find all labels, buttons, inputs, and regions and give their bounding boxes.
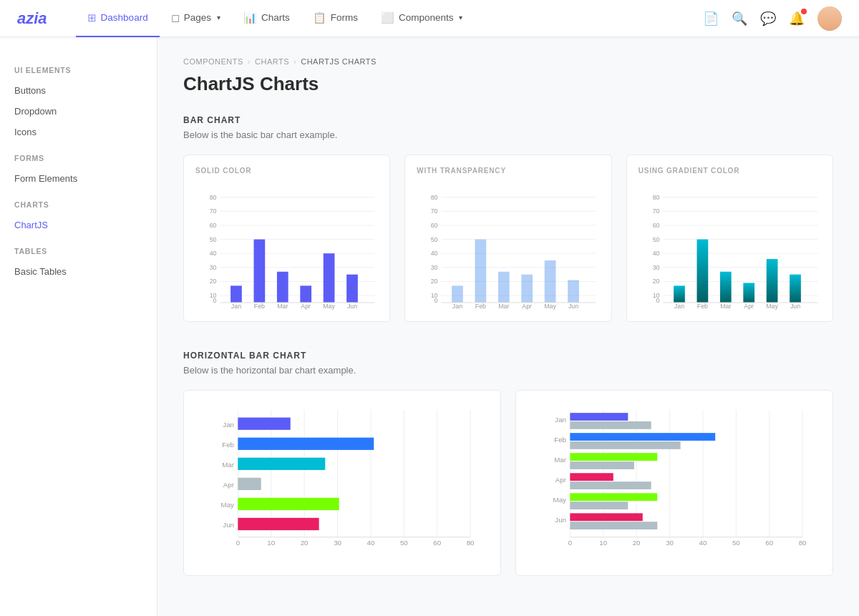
avatar[interactable]	[817, 6, 842, 31]
svg-text:Feb: Feb	[254, 303, 265, 310]
sidebar-item-icons[interactable]: Icons	[0, 122, 157, 142]
svg-text:0: 0	[656, 297, 659, 304]
svg-text:40: 40	[431, 250, 438, 257]
nav-item-pages[interactable]: ◻ Pages ▾	[160, 0, 232, 37]
svg-rect-141	[570, 502, 628, 509]
svg-text:Jan: Jan	[231, 303, 241, 310]
sidebar-item-basic-tables[interactable]: Basic Tables	[0, 261, 157, 282]
forms-icon: 📋	[313, 11, 326, 24]
svg-text:Mar: Mar	[222, 460, 234, 468]
svg-text:Jun: Jun	[347, 303, 357, 310]
svg-rect-82	[790, 275, 801, 303]
svg-text:Jan: Jan	[452, 303, 462, 310]
breadcrumb-sep-2: ›	[293, 57, 296, 66]
svg-text:50: 50	[210, 236, 217, 243]
svg-rect-143	[570, 513, 642, 521]
svg-text:Jan: Jan	[223, 420, 234, 428]
svg-text:May: May	[545, 303, 557, 310]
breadcrumb-chartjs-charts: CHARTJS CHARTS	[301, 57, 377, 66]
svg-rect-50	[522, 275, 533, 303]
gradient-label: USING GRADIENT COLOR	[639, 167, 821, 175]
svg-text:30: 30	[210, 264, 217, 271]
svg-rect-48	[475, 240, 487, 303]
svg-rect-78	[697, 240, 708, 303]
horiz-grouped-svg: Jan Feb Mar Apr	[528, 402, 821, 564]
svg-text:Jan: Jan	[674, 303, 684, 310]
svg-text:50: 50	[431, 236, 438, 243]
svg-rect-103	[238, 457, 325, 469]
svg-text:Feb: Feb	[554, 436, 566, 444]
svg-rect-131	[570, 433, 715, 441]
svg-text:Apr: Apr	[555, 476, 567, 484]
nav-item-components[interactable]: ⬜ Components ▾	[369, 0, 475, 37]
page-title: ChartJS Charts	[183, 73, 833, 95]
main-content: COMPONENTS › CHARTS › CHARTJS CHARTS Cha…	[157, 37, 859, 616]
nav-label-dashboard: Dashboard	[101, 12, 148, 23]
svg-rect-19	[277, 272, 288, 303]
horizontal-bar-chart-title: HORIZONTAL BAR CHART	[183, 351, 833, 361]
svg-rect-18	[254, 240, 266, 303]
avatar-face	[817, 6, 842, 31]
horizontal-bar-chart-grid: Jan Feb Mar Apr May	[183, 390, 833, 577]
svg-text:Apr: Apr	[523, 303, 533, 310]
svg-rect-52	[568, 280, 579, 303]
bell-icon[interactable]: 🔔	[789, 11, 805, 26]
svg-text:Jun: Jun	[568, 303, 578, 310]
svg-rect-132	[570, 441, 680, 449]
logo[interactable]: azia	[17, 9, 47, 28]
svg-text:60: 60	[765, 538, 773, 546]
svg-text:0: 0	[435, 297, 438, 304]
svg-text:Jun: Jun	[790, 303, 800, 310]
pages-icon: ◻	[171, 11, 180, 24]
svg-text:40: 40	[367, 538, 375, 546]
svg-text:0: 0	[568, 538, 573, 546]
svg-rect-22	[346, 275, 358, 303]
sidebar-item-form-elements[interactable]: Form Elements	[0, 168, 157, 189]
svg-rect-77	[674, 285, 685, 303]
svg-text:10: 10	[599, 538, 607, 546]
svg-text:0: 0	[236, 538, 241, 546]
svg-text:60: 60	[210, 222, 217, 229]
sidebar-section-forms: FORMS	[0, 154, 157, 168]
svg-text:40: 40	[652, 250, 659, 257]
charts-icon: 📊	[243, 11, 257, 24]
svg-text:80: 80	[431, 194, 438, 201]
sidebar-section-tables: TABLES	[0, 247, 157, 261]
nav-item-charts[interactable]: 📊 Charts	[232, 0, 301, 37]
svg-text:Mar: Mar	[277, 303, 288, 310]
chat-icon[interactable]: 💬	[760, 11, 776, 26]
document-icon[interactable]: 📄	[703, 11, 719, 26]
horizontal-bar-chart-desc: Below is the horizontal bar chart exampl…	[183, 365, 833, 376]
svg-text:20: 20	[633, 538, 641, 546]
nav-right: 📄 🔍 💬 🔔	[703, 6, 842, 31]
breadcrumb-components: COMPONENTS	[183, 57, 243, 66]
bar-chart-desc: Below is the basic bar chart example.	[183, 129, 833, 140]
svg-text:80: 80	[652, 194, 659, 201]
nav-item-forms[interactable]: 📋 Forms	[301, 0, 369, 37]
breadcrumb: COMPONENTS › CHARTS › CHARTJS CHARTS	[183, 57, 833, 66]
sidebar-item-chartjs[interactable]: ChartJS	[0, 215, 157, 235]
bar-chart-gradient: USING GRADIENT COLOR	[626, 155, 833, 322]
svg-text:80: 80	[210, 194, 217, 201]
svg-text:50: 50	[652, 236, 659, 243]
nav-item-dashboard[interactable]: ⊞ Dashboard	[76, 0, 160, 37]
svg-text:40: 40	[699, 538, 707, 546]
nav-label-charts: Charts	[261, 12, 290, 23]
svg-text:Mar: Mar	[554, 456, 566, 464]
search-icon[interactable]: 🔍	[732, 11, 747, 26]
sidebar-item-dropdown[interactable]: Dropdown	[0, 101, 157, 122]
svg-rect-79	[720, 272, 732, 303]
svg-text:50: 50	[732, 538, 740, 546]
solid-color-label: SOLID COLOR	[195, 167, 378, 175]
bar-chart-transparency: WITH TRANSPARENCY 80 70 60 50	[404, 155, 611, 322]
svg-rect-107	[238, 498, 339, 510]
svg-text:Feb: Feb	[475, 303, 486, 310]
svg-text:20: 20	[431, 278, 438, 285]
svg-rect-99	[238, 417, 290, 429]
sidebar-section-ui-elements: UI ELEMENTS	[0, 66, 157, 80]
breadcrumb-charts: CHARTS	[255, 57, 289, 66]
svg-text:50: 50	[400, 538, 408, 546]
sidebar-item-buttons[interactable]: Buttons	[0, 80, 157, 101]
sidebar: UI ELEMENTS Buttons Dropdown Icons FORMS…	[0, 37, 157, 616]
bar-chart-title: BAR CHART	[183, 115, 833, 125]
